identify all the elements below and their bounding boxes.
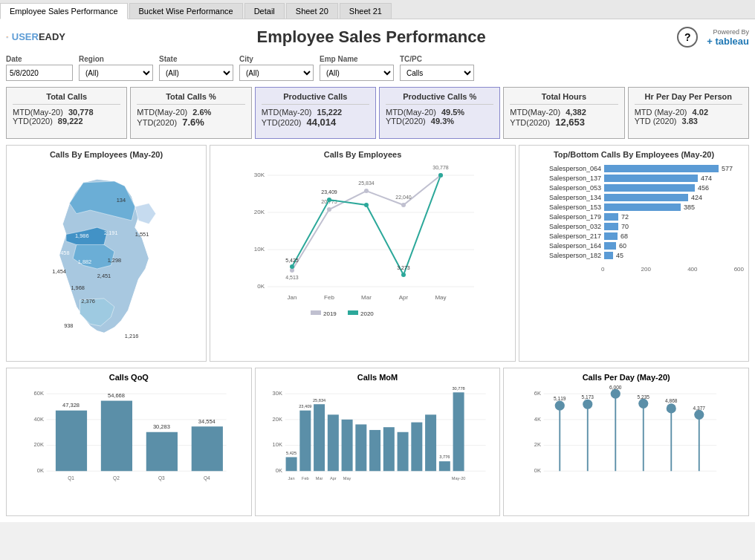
svg-text:3,273: 3,273: [397, 265, 410, 270]
tab-sheet21[interactable]: Sheet 21: [340, 3, 392, 19]
region-select[interactable]: (All): [79, 65, 153, 81]
svg-text:0K: 0K: [37, 467, 44, 474]
tb-bar-fill: [604, 242, 616, 250]
tab-bar: Employee Sales Performance Bucket Wise P…: [0, 0, 755, 19]
svg-text:May-20: May-20: [451, 476, 465, 481]
svg-rect-60: [56, 411, 87, 472]
tb-row: Salesperson_053 456: [530, 184, 738, 192]
tb-salesperson-name: Salesperson_179: [530, 213, 604, 221]
svg-text:30K: 30K: [272, 390, 282, 397]
top-bottom-chart: Top/Bottom Calls By Employees (May-20) S…: [519, 145, 749, 362]
filter-region: Region (All): [79, 55, 153, 81]
date-label: Date: [6, 55, 73, 63]
svg-text:Mar: Mar: [361, 294, 372, 301]
svg-text:47,328: 47,328: [62, 402, 80, 408]
svg-rect-87: [341, 420, 352, 471]
header: USEREADY Employee Sales Performance ? Po…: [6, 25, 749, 49]
perday-svg: 6K 4K 2K 0K 5,119 5,173: [508, 385, 744, 496]
state-select[interactable]: (All): [159, 65, 233, 81]
svg-point-2: [7, 37, 7, 38]
svg-point-43: [290, 264, 294, 269]
svg-text:4,513: 4,513: [285, 275, 299, 280]
svg-text:134: 134: [117, 197, 126, 204]
header-right: ? Powered By + tableau: [677, 27, 749, 48]
svg-point-46: [401, 273, 406, 277]
svg-text:2,191: 2,191: [104, 229, 118, 236]
svg-text:1,986: 1,986: [75, 232, 89, 239]
help-button[interactable]: ?: [677, 27, 698, 48]
svg-text:23,409: 23,409: [299, 404, 311, 408]
svg-text:6,000: 6,000: [609, 385, 622, 390]
svg-point-3: [7, 37, 8, 38]
svg-text:2019: 2019: [323, 310, 337, 317]
empname-select[interactable]: (All): [320, 65, 394, 81]
svg-point-45: [364, 203, 369, 207]
svg-text:938: 938: [64, 322, 73, 329]
tb-salesperson-name: Salesperson_134: [530, 194, 604, 201]
svg-rect-82: [299, 411, 311, 472]
tab-sheet20[interactable]: Sheet 20: [286, 3, 338, 19]
svg-point-1: [7, 36, 8, 37]
tab-detail[interactable]: Detail: [244, 3, 285, 19]
filter-empname: Emp Name (All): [320, 55, 394, 81]
date-input[interactable]: [6, 65, 73, 81]
tcpc-select[interactable]: Calls: [400, 65, 474, 81]
svg-rect-48: [311, 310, 321, 315]
logo: USEREADY: [6, 25, 65, 49]
svg-rect-69: [192, 426, 223, 471]
svg-text:6K: 6K: [534, 390, 541, 397]
state-label: State: [159, 55, 233, 63]
svg-text:60K: 60K: [34, 390, 44, 397]
svg-text:5,119: 5,119: [554, 396, 566, 401]
svg-point-44: [327, 198, 331, 202]
svg-text:2020: 2020: [360, 310, 374, 317]
svg-text:1,882: 1,882: [78, 258, 92, 265]
svg-text:20K: 20K: [34, 441, 44, 448]
svg-point-0: [7, 36, 7, 37]
svg-text:5,425: 5,425: [285, 258, 299, 263]
filters-bar: Date Region (All) State (All) City (All)…: [6, 55, 749, 81]
svg-text:0K: 0K: [534, 467, 541, 474]
kpi-total-calls-pct: Total Calls % MTD(May-20) 2.6% YTD(2020)…: [130, 87, 251, 139]
tb-value: 385: [684, 204, 695, 211]
svg-rect-93: [425, 414, 436, 471]
qoq-svg: 60K 40K 20K 0K 47,328 Q1 54,668 Q2 30,28…: [11, 385, 247, 496]
city-label: City: [239, 55, 314, 63]
city-select[interactable]: (All): [239, 65, 314, 81]
svg-text:1,968: 1,968: [71, 284, 85, 291]
svg-text:20K: 20K: [272, 416, 282, 423]
tb-value: 70: [621, 223, 629, 230]
map-chart: Calls By Employees (May-20) 134 1,986 1,…: [6, 145, 207, 362]
kpi-total-calls: Total Calls MTD(May-20) 30,778 YTD(2020)…: [6, 87, 127, 139]
svg-text:20K: 20K: [254, 209, 265, 215]
svg-point-125: [667, 403, 676, 413]
tb-row: Salesperson_153 385: [530, 204, 738, 211]
svg-rect-80: [285, 458, 297, 472]
svg-text:May: May: [435, 294, 446, 301]
svg-text:1,458: 1,458: [56, 250, 70, 256]
tb-bar-fill: [604, 184, 695, 192]
svg-text:Q3: Q3: [158, 475, 165, 481]
svg-text:2,451: 2,451: [97, 273, 111, 279]
svg-text:22,040: 22,040: [395, 195, 412, 200]
tb-axis: 0 200 400 600: [524, 266, 744, 273]
svg-text:30,283: 30,283: [153, 423, 170, 430]
svg-point-128: [695, 410, 704, 420]
top-bottom-bars: Salesperson_064 577 Salesperson_137 474 …: [524, 162, 744, 264]
svg-text:40K: 40K: [34, 416, 44, 423]
tb-bar-fill: [604, 223, 618, 230]
tab-employee-sales[interactable]: Employee Sales Performance: [0, 3, 128, 19]
svg-text:Q2: Q2: [113, 475, 120, 481]
svg-text:Q1: Q1: [68, 475, 74, 481]
tb-bar-fill: [604, 204, 681, 211]
svg-text:0K: 0K: [257, 283, 265, 290]
svg-text:30,778: 30,778: [432, 165, 449, 170]
powered-by: Powered By + tableau: [707, 28, 749, 47]
logo-icon: [6, 25, 9, 49]
svg-text:Q4: Q4: [204, 475, 210, 481]
tb-bar-fill: [604, 165, 719, 172]
line-chart-svg: 30K 20K 10K 0K Jan Feb Mar Apr May: [215, 162, 511, 333]
tab-bucket-wise[interactable]: Bucket Wise Performance: [129, 3, 243, 19]
filter-tcpc: TC/PC Calls: [400, 55, 474, 81]
tb-salesperson-name: Salesperson_217: [530, 232, 604, 240]
